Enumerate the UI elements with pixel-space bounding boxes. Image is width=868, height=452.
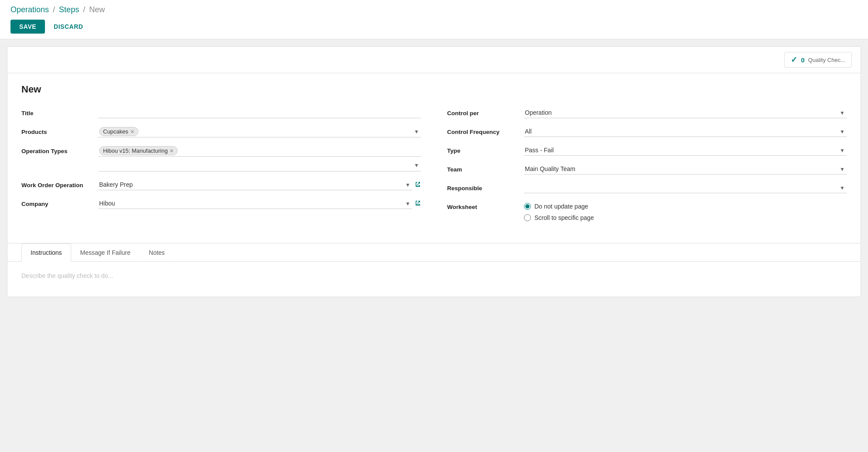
save-button[interactable]: SAVE bbox=[10, 20, 45, 34]
work-order-external-link[interactable] bbox=[415, 181, 421, 188]
cupcakes-tag: Cupcakes ✕ bbox=[99, 127, 138, 136]
work-order-field-wrapper: Bakery Prep ▼ bbox=[98, 179, 421, 190]
main-content: ✓ 0 Quality Chec... New Title Prod bbox=[0, 39, 868, 304]
work-order-select[interactable]: Bakery Prep bbox=[98, 179, 412, 190]
form-right: Control per Operation ▼ Control Frequenc… bbox=[447, 107, 847, 229]
form-left: Title Products Cupcakes ✕ bbox=[21, 107, 421, 229]
control-per-select-wrapper: Operation ▼ bbox=[524, 107, 847, 118]
title-row: Title bbox=[21, 107, 421, 118]
company-select-wrapper: Hibou ▼ bbox=[98, 198, 412, 209]
tabs-bar: Instructions Message If Failure Notes bbox=[7, 243, 861, 262]
check-icon: ✓ bbox=[791, 55, 797, 65]
team-label: Team bbox=[447, 164, 517, 173]
tab-content-instructions: Describe the quality check to do... bbox=[7, 262, 861, 297]
breadcrumb: Operations / Steps / New bbox=[10, 5, 858, 14]
operation-types-field: Hibou v15: Manufacturing ✕ ▼ bbox=[98, 145, 421, 171]
tab-notes[interactable]: Notes bbox=[140, 243, 174, 262]
type-label: Type bbox=[447, 145, 517, 154]
company-row: Company Hibou ▼ bbox=[21, 198, 421, 209]
worksheet-radio-group: Do not update page Scroll to specific pa… bbox=[524, 201, 594, 221]
top-bar: Operations / Steps / New SAVE DISCARD bbox=[0, 0, 868, 39]
worksheet-option1-label: Do not update page bbox=[534, 203, 588, 210]
hibou-tag-label: Hibou v15: Manufacturing bbox=[103, 147, 168, 154]
work-order-select-wrapper: Bakery Prep ▼ bbox=[98, 179, 412, 190]
breadcrumb-sep1: / bbox=[53, 5, 55, 14]
type-select[interactable]: Pass - Fail bbox=[524, 145, 847, 156]
control-per-label: Control per bbox=[447, 107, 517, 116]
quality-check-button[interactable]: ✓ 0 Quality Chec... bbox=[784, 52, 852, 68]
worksheet-row: Worksheet Do not update page Scroll to s… bbox=[447, 201, 847, 221]
instructions-placeholder[interactable]: Describe the quality check to do... bbox=[21, 272, 113, 279]
products-label: Products bbox=[21, 126, 91, 135]
title-field bbox=[98, 107, 421, 118]
action-bar: SAVE DISCARD bbox=[10, 20, 858, 39]
work-order-label: Work Order Operation bbox=[21, 179, 91, 188]
company-field-wrapper: Hibou ▼ bbox=[98, 198, 421, 209]
cupcakes-tag-label: Cupcakes bbox=[103, 128, 128, 135]
company-label: Company bbox=[21, 198, 91, 207]
team-row: Team Main Quality Team ▼ bbox=[447, 164, 847, 175]
hibou-tag-remove[interactable]: ✕ bbox=[169, 148, 174, 154]
worksheet-option1-item[interactable]: Do not update page bbox=[524, 203, 594, 210]
breadcrumb-current: New bbox=[89, 5, 105, 14]
responsible-row: Responsible ▼ bbox=[447, 182, 847, 193]
breadcrumb-steps[interactable]: Steps bbox=[59, 5, 79, 14]
operation-types-tag-field[interactable]: Hibou v15: Manufacturing ✕ bbox=[98, 145, 421, 157]
responsible-label: Responsible bbox=[447, 182, 517, 192]
operation-types-extra-field[interactable]: ▼ bbox=[98, 159, 421, 171]
control-frequency-select[interactable]: All bbox=[524, 126, 847, 137]
cupcakes-tag-remove[interactable]: ✕ bbox=[130, 129, 134, 135]
company-select[interactable]: Hibou bbox=[98, 198, 412, 209]
team-select-wrapper: Main Quality Team ▼ bbox=[524, 164, 847, 175]
hibou-tag: Hibou v15: Manufacturing ✕ bbox=[99, 146, 178, 155]
work-order-row: Work Order Operation Bakery Prep ▼ bbox=[21, 179, 421, 190]
title-label: Title bbox=[21, 107, 91, 116]
products-chevron: ▼ bbox=[414, 129, 419, 135]
discard-button[interactable]: DISCARD bbox=[52, 20, 85, 34]
form-body: Title Products Cupcakes ✕ bbox=[21, 107, 847, 229]
tab-instructions[interactable]: Instructions bbox=[21, 243, 71, 262]
worksheet-option2-label: Scroll to specific page bbox=[534, 214, 594, 221]
operation-types-extra-row: ▼ bbox=[98, 159, 421, 171]
form-section: New Title Products bbox=[7, 73, 861, 240]
form-card: ✓ 0 Quality Chec... New Title Prod bbox=[7, 46, 861, 297]
card-header: ✓ 0 Quality Chec... bbox=[7, 47, 861, 73]
control-frequency-select-wrapper: All ▼ bbox=[524, 126, 847, 137]
type-select-wrapper: Pass - Fail ▼ bbox=[524, 145, 847, 156]
products-tag-field[interactable]: Cupcakes ✕ ▼ bbox=[98, 126, 421, 137]
operation-types-row: Operation Types Hibou v15: Manufacturing… bbox=[21, 145, 421, 171]
responsible-select[interactable] bbox=[524, 182, 847, 193]
quality-check-count: 0 bbox=[801, 56, 804, 64]
operation-types-chevron: ▼ bbox=[414, 162, 419, 168]
record-title: New bbox=[21, 84, 847, 95]
tab-message-if-failure[interactable]: Message If Failure bbox=[71, 243, 140, 262]
products-row: Products Cupcakes ✕ ▼ bbox=[21, 126, 421, 137]
control-per-select[interactable]: Operation bbox=[524, 107, 847, 118]
worksheet-radio2[interactable] bbox=[524, 214, 531, 221]
responsible-select-wrapper: ▼ bbox=[524, 182, 847, 193]
worksheet-label: Worksheet bbox=[447, 201, 517, 210]
breadcrumb-sep2: / bbox=[83, 5, 85, 14]
quality-check-label: Quality Chec... bbox=[808, 57, 845, 63]
breadcrumb-operations[interactable]: Operations bbox=[10, 5, 49, 14]
control-frequency-label: Control Frequency bbox=[447, 126, 517, 135]
type-row: Type Pass - Fail ▼ bbox=[447, 145, 847, 156]
control-frequency-row: Control Frequency All ▼ bbox=[447, 126, 847, 137]
control-per-row: Control per Operation ▼ bbox=[447, 107, 847, 118]
company-external-link[interactable] bbox=[415, 200, 421, 207]
operation-types-label: Operation Types bbox=[21, 145, 91, 154]
worksheet-radio1[interactable] bbox=[524, 203, 531, 210]
tabs-section: Instructions Message If Failure Notes De… bbox=[7, 243, 861, 297]
products-field: Cupcakes ✕ ▼ bbox=[98, 126, 421, 137]
worksheet-option2-item[interactable]: Scroll to specific page bbox=[524, 214, 594, 221]
team-select[interactable]: Main Quality Team bbox=[524, 164, 847, 175]
title-input[interactable] bbox=[98, 107, 421, 118]
